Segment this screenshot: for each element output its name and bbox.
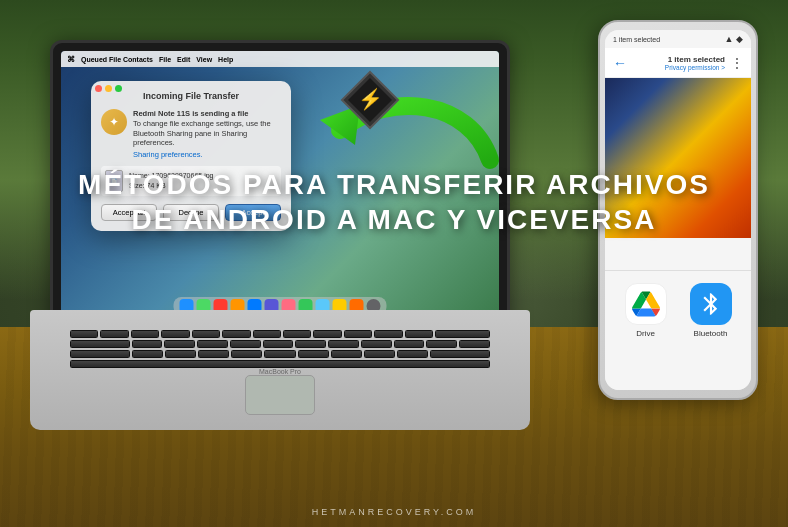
close-button[interactable] xyxy=(95,85,102,92)
share-options-row: Drive Bluetooth xyxy=(605,271,751,342)
key-space xyxy=(70,360,490,368)
maximize-button[interactable] xyxy=(115,85,122,92)
key xyxy=(295,340,326,348)
footer: HETMANRECOVERY.COM xyxy=(0,501,788,519)
key xyxy=(132,350,163,358)
share-sheet: Drive Bluetooth xyxy=(605,270,751,390)
key xyxy=(397,350,428,358)
key-delete xyxy=(435,330,490,338)
sender-text: Redmi Note 11S is sending a file xyxy=(133,109,281,119)
share-drive[interactable]: Drive xyxy=(625,283,667,338)
key xyxy=(70,330,98,338)
menu-item-view[interactable]: View xyxy=(196,56,212,63)
key xyxy=(298,350,329,358)
key xyxy=(165,350,196,358)
bluetooth-icon-circle xyxy=(690,283,732,325)
dialog-description: To change file exchange settings, use th… xyxy=(133,119,281,148)
menu-item-file[interactable]: File xyxy=(159,56,171,63)
preferences-link[interactable]: Sharing preferences. xyxy=(133,150,203,159)
key xyxy=(405,330,433,338)
key xyxy=(394,340,425,348)
drive-label: Drive xyxy=(636,329,655,338)
key xyxy=(426,340,457,348)
key xyxy=(459,340,490,348)
touchpad[interactable] xyxy=(245,375,315,415)
key xyxy=(131,330,159,338)
key xyxy=(198,350,229,358)
key xyxy=(100,330,128,338)
phone-statusbar: 1 item selected ▲ ◆ xyxy=(605,30,751,48)
background: ⌘ Queued File Contacts File Edit View He… xyxy=(0,0,788,527)
menu-icon[interactable]: ⋮ xyxy=(731,56,743,70)
privacy-link[interactable]: Privacy permission > xyxy=(633,64,725,71)
menu-item-app[interactable]: Queued File Contacts xyxy=(81,56,153,63)
key xyxy=(344,330,372,338)
back-arrow-icon[interactable]: ← xyxy=(613,55,627,71)
overlay-text-container: MÉTODOS PARA TRANSFERIR ARCHIVOS DE ANDR… xyxy=(0,170,788,236)
drive-icon-circle xyxy=(625,283,667,325)
phone-selected-count: 1 item selected xyxy=(613,36,660,43)
key xyxy=(328,340,359,348)
key xyxy=(361,340,392,348)
share-bluetooth[interactable]: Bluetooth xyxy=(690,283,732,338)
title-line-1: MÉTODOS PARA TRANSFERIR ARCHIVOS xyxy=(60,170,728,201)
macbook-keyboard-area: MacBook Pro xyxy=(30,310,530,430)
key-tab xyxy=(70,340,130,348)
menu-item-edit[interactable]: Edit xyxy=(177,56,190,63)
key xyxy=(264,350,295,358)
mac-menubar: ⌘ Queued File Contacts File Edit View He… xyxy=(61,51,499,67)
key xyxy=(230,340,261,348)
key xyxy=(374,330,402,338)
traffic-lights xyxy=(95,85,122,92)
key xyxy=(253,330,281,338)
phone-title: 1 item selected xyxy=(633,55,725,64)
key xyxy=(222,330,250,338)
eferro-logo: ⚡ xyxy=(340,70,400,130)
apple-menu[interactable]: ⌘ xyxy=(67,55,75,64)
sender-icon: ✦ xyxy=(101,109,127,135)
key xyxy=(283,330,311,338)
bt-logo-icon: ✦ xyxy=(109,115,119,129)
dialog-title: Incoming File Transfer xyxy=(101,91,281,101)
bluetooth-label: Bluetooth xyxy=(694,329,728,338)
key xyxy=(164,340,195,348)
key-enter xyxy=(430,350,490,358)
phone-icons: ▲ ◆ xyxy=(725,34,743,44)
footer-text: HETMANRECOVERY.COM xyxy=(312,507,477,517)
minimize-button[interactable] xyxy=(105,85,112,92)
svg-text:⚡: ⚡ xyxy=(358,87,383,111)
key xyxy=(263,340,294,348)
key xyxy=(197,340,228,348)
menu-item-help[interactable]: Help xyxy=(218,56,233,63)
key xyxy=(192,330,220,338)
key xyxy=(231,350,262,358)
key xyxy=(331,350,362,358)
phone-appbar: ← 1 item selected Privacy permission > ⋮ xyxy=(605,48,751,78)
key xyxy=(364,350,395,358)
key xyxy=(161,330,189,338)
key xyxy=(132,340,163,348)
key xyxy=(313,330,341,338)
title-line-2: DE ANDROID A MAC Y VICEVERSA xyxy=(60,205,728,236)
key-caps xyxy=(70,350,130,358)
dialog-message: Redmi Note 11S is sending a file To chan… xyxy=(133,109,281,160)
dialog-header: ✦ Redmi Note 11S is sending a file To ch… xyxy=(101,109,281,160)
